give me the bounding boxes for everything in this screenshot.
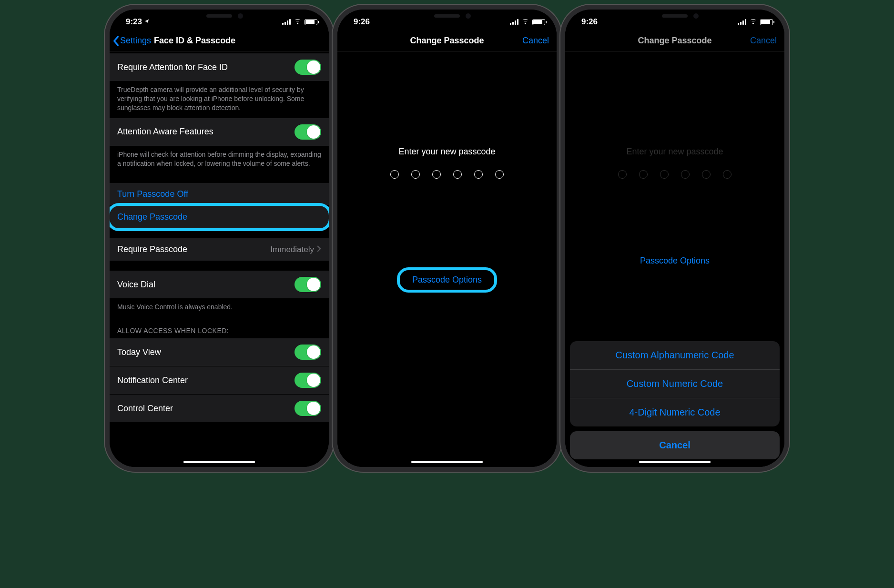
home-indicator[interactable]	[639, 461, 711, 463]
toggle-switch[interactable]	[295, 345, 321, 360]
phone-2-change-passcode: 9:26 Change Passcode Cancel Enter your n…	[337, 10, 557, 467]
wifi-icon	[749, 17, 757, 27]
page-title: Face ID & Passcode	[154, 36, 235, 46]
control-center-row[interactable]: Control Center	[110, 395, 329, 423]
cellular-icon	[282, 19, 291, 25]
cellular-icon	[510, 19, 518, 25]
row-label: Attention Aware Features	[117, 127, 213, 137]
passcode-dots	[618, 170, 731, 179]
notch	[169, 10, 269, 24]
require-passcode-row[interactable]: Require Passcode Immediately	[110, 238, 329, 261]
row-label: Voice Dial	[117, 280, 155, 290]
attention-aware-row[interactable]: Attention Aware Features	[110, 118, 329, 146]
toggle-switch[interactable]	[295, 373, 321, 388]
row-label: Require Attention for Face ID	[117, 62, 228, 72]
battery-icon	[760, 19, 773, 25]
row-footer: Music Voice Control is always enabled.	[110, 299, 329, 317]
change-passcode-row[interactable]: Change Passcode	[110, 206, 329, 229]
row-footer: TrueDepth camera will provide an additio…	[110, 81, 329, 118]
row-label: Control Center	[117, 404, 173, 414]
nav-bar: Change Passcode Cancel	[337, 30, 557, 51]
row-label: Change Passcode	[117, 212, 187, 222]
status-time: 9:23	[126, 17, 142, 27]
row-label: Turn Passcode Off	[117, 189, 188, 199]
home-indicator[interactable]	[183, 461, 255, 463]
toggle-switch[interactable]	[295, 401, 321, 416]
row-footer: iPhone will check for attention before d…	[110, 146, 329, 174]
back-button[interactable]: Settings	[110, 36, 151, 46]
status-time: 9:26	[354, 17, 370, 27]
phone-3-passcode-options-sheet: 9:26 Change Passcode Cancel Enter your n…	[565, 10, 784, 467]
battery-icon	[532, 19, 545, 25]
row-label: Today View	[117, 347, 161, 357]
notification-center-row[interactable]: Notification Center	[110, 366, 329, 395]
option-custom-alphanumeric[interactable]: Custom Alphanumeric Code	[570, 341, 780, 370]
cancel-button[interactable]: Cancel	[522, 36, 549, 46]
phone-1-faceid-settings: 9:23 Settings Face ID & Passcode	[110, 10, 329, 467]
back-label: Settings	[120, 36, 151, 46]
row-label: Notification Center	[117, 375, 188, 385]
passcode-prompt: Enter your new passcode	[398, 147, 495, 157]
home-indicator[interactable]	[411, 461, 483, 463]
notch	[625, 10, 725, 24]
section-header: ALLOW ACCESS WHEN LOCKED:	[110, 317, 329, 338]
nav-bar: Settings Face ID & Passcode	[110, 30, 329, 51]
row-label: Require Passcode	[117, 244, 187, 254]
passcode-options-button[interactable]: Passcode Options	[630, 250, 720, 272]
passcode-dots	[390, 170, 504, 179]
wifi-icon	[294, 17, 302, 27]
chevron-right-icon	[317, 244, 321, 254]
toggle-switch[interactable]	[295, 124, 321, 140]
cellular-icon	[738, 19, 746, 25]
settings-list[interactable]: Require Attention for Face ID TrueDepth …	[110, 51, 329, 467]
passcode-prompt: Enter your new passcode	[626, 147, 723, 157]
today-view-row[interactable]: Today View	[110, 338, 329, 366]
toggle-switch[interactable]	[295, 277, 321, 292]
action-sheet-options: Custom Alphanumeric Code Custom Numeric …	[570, 341, 780, 426]
action-sheet-cancel[interactable]: Cancel	[570, 431, 780, 459]
wifi-icon	[521, 17, 529, 27]
voice-dial-row[interactable]: Voice Dial	[110, 271, 329, 299]
toggle-switch[interactable]	[295, 60, 321, 75]
passcode-options-label: Passcode Options	[640, 256, 710, 265]
row-detail: Immediately	[270, 245, 314, 254]
option-custom-numeric[interactable]: Custom Numeric Code	[570, 370, 780, 398]
battery-icon	[305, 19, 317, 25]
cancel-button[interactable]: Cancel	[750, 36, 777, 46]
turn-passcode-off-row[interactable]: Turn Passcode Off	[110, 183, 329, 206]
passcode-options-button[interactable]: Passcode Options	[402, 269, 492, 291]
nav-bar: Change Passcode Cancel	[565, 30, 784, 51]
passcode-entry: Enter your new passcode Passcode Options	[337, 51, 557, 467]
passcode-options-label: Passcode Options	[412, 275, 482, 284]
option-4-digit-numeric[interactable]: 4-Digit Numeric Code	[570, 398, 780, 426]
status-time: 9:26	[581, 17, 598, 27]
require-attention-row[interactable]: Require Attention for Face ID	[110, 53, 329, 81]
action-sheet: Custom Alphanumeric Code Custom Numeric …	[570, 341, 780, 459]
location-icon	[144, 17, 150, 27]
notch	[397, 10, 497, 24]
